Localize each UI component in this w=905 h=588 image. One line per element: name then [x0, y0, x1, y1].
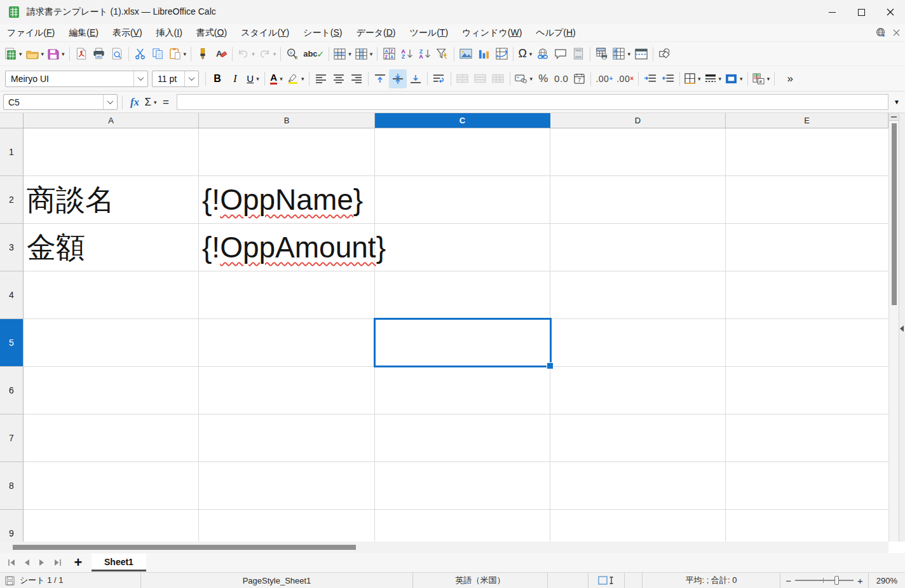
- menu-view[interactable]: 表示(V): [105, 25, 149, 41]
- zoom-out-button[interactable]: −: [786, 575, 791, 586]
- zoom-slider-thumb[interactable]: [834, 576, 839, 585]
- insert-column-button[interactable]: [353, 44, 375, 64]
- align-bottom-button[interactable]: [407, 69, 425, 88]
- menu-format[interactable]: 書式(O): [189, 25, 234, 41]
- avg-sum-segment[interactable]: 平均: ; 合計: 0: [643, 573, 780, 588]
- headers-footers-button[interactable]: [569, 44, 587, 64]
- insert-comment-button[interactable]: [552, 44, 569, 64]
- open-button[interactable]: [24, 44, 46, 64]
- date-format-button[interactable]: 7: [570, 69, 588, 88]
- pivot-table-button[interactable]: [493, 44, 510, 64]
- row-header-8[interactable]: 8: [0, 462, 24, 510]
- menu-file[interactable]: ファイル(F): [0, 25, 62, 41]
- zoom-in-button[interactable]: +: [857, 575, 863, 586]
- decrease-indent-button[interactable]: [659, 69, 677, 88]
- column-header-d[interactable]: D: [550, 113, 726, 128]
- unmerge-cells-button[interactable]: [489, 69, 507, 88]
- redo-button[interactable]: [257, 44, 278, 64]
- center-vertically-button[interactable]: [389, 69, 407, 88]
- toolbar-overflow-button[interactable]: »: [781, 69, 799, 88]
- add-decimal-button[interactable]: .00+: [594, 69, 615, 88]
- row-header-9[interactable]: 9: [0, 510, 24, 542]
- font-name-dropdown[interactable]: [133, 71, 147, 86]
- row-header-4[interactable]: 4: [0, 271, 24, 319]
- find-replace-button[interactable]: ad: [283, 44, 301, 64]
- font-size-dropdown[interactable]: [184, 71, 198, 86]
- name-box[interactable]: C5: [3, 94, 118, 110]
- increase-indent-button[interactable]: [641, 69, 659, 88]
- close-button[interactable]: [876, 0, 905, 24]
- print-area-button[interactable]: [593, 44, 611, 64]
- borders-button[interactable]: [683, 69, 703, 88]
- horizontal-scrollbar[interactable]: [0, 542, 888, 553]
- zoom-level-segment[interactable]: 290%: [869, 573, 905, 588]
- minimize-button[interactable]: [817, 0, 847, 24]
- row-header-5[interactable]: 5: [0, 319, 24, 367]
- copy-button[interactable]: [149, 44, 167, 64]
- close-document-icon[interactable]: [893, 29, 900, 36]
- border-color-button[interactable]: [723, 69, 745, 88]
- function-wizard-button[interactable]: fx: [127, 93, 142, 112]
- insert-image-button[interactable]: [457, 44, 475, 64]
- undo-button[interactable]: [235, 44, 257, 64]
- hyperlink-button[interactable]: [534, 44, 552, 64]
- merge-cells-button[interactable]: [472, 69, 489, 88]
- fill-handle[interactable]: [547, 362, 554, 369]
- currency-format-button[interactable]: [513, 69, 535, 88]
- zoom-slider-track[interactable]: [795, 580, 854, 581]
- freeze-panes-button[interactable]: ✳: [611, 44, 632, 64]
- save-button[interactable]: [46, 44, 67, 64]
- column-header-a[interactable]: A: [24, 113, 199, 128]
- cut-button[interactable]: [132, 44, 149, 64]
- menu-edit[interactable]: 編集(E): [62, 25, 105, 41]
- column-header-b[interactable]: B: [199, 113, 375, 128]
- selection-mode-segment[interactable]: [589, 573, 625, 588]
- clear-formatting-button[interactable]: A: [212, 44, 229, 64]
- percent-format-button[interactable]: %: [534, 69, 552, 88]
- font-color-button[interactable]: A: [268, 69, 285, 88]
- align-left-button[interactable]: [312, 69, 330, 88]
- menu-window[interactable]: ウィンドウ(W): [455, 25, 529, 41]
- cell-b2-text[interactable]: {!OppName}: [202, 176, 363, 224]
- menu-help[interactable]: ヘルプ(H): [529, 25, 582, 41]
- select-all-corner[interactable]: [0, 113, 24, 128]
- horizontal-scrollbar-thumb[interactable]: [13, 545, 356, 550]
- menu-insert[interactable]: 挿入(I): [149, 25, 189, 41]
- sort-button[interactable]: AZZA: [380, 44, 398, 64]
- print-button[interactable]: [90, 44, 108, 64]
- document-modified-icon[interactable]: [5, 576, 15, 585]
- font-size-combobox[interactable]: 11 pt: [152, 71, 199, 87]
- language-globe-icon[interactable]: [876, 27, 887, 38]
- delete-decimal-button[interactable]: .00×: [615, 69, 636, 88]
- border-style-button[interactable]: [703, 69, 724, 88]
- italic-button[interactable]: I: [226, 69, 244, 88]
- bold-button[interactable]: B: [208, 69, 226, 88]
- cell-a2-text[interactable]: 商談名: [27, 176, 114, 224]
- menu-tools[interactable]: ツール(T): [403, 25, 456, 41]
- selected-cell-c5[interactable]: [374, 318, 552, 367]
- cell-a3-text[interactable]: 金額: [27, 224, 85, 271]
- highlight-color-button[interactable]: [285, 69, 306, 88]
- sort-ascending-button[interactable]: AZ: [398, 44, 416, 64]
- cell-b3-text[interactable]: {!OppAmount}: [202, 224, 386, 271]
- merge-center-button[interactable]: [454, 69, 472, 88]
- vertical-scrollbar[interactable]: [888, 113, 899, 542]
- menu-data[interactable]: データ(D): [349, 25, 402, 41]
- row-header-7[interactable]: 7: [0, 414, 24, 462]
- sidebar-toggle-strip[interactable]: [899, 113, 905, 542]
- sidebar-open-arrow-icon[interactable]: [900, 325, 904, 332]
- column-header-e[interactable]: E: [726, 113, 888, 128]
- expand-formula-bar-button[interactable]: ▼: [888, 99, 905, 106]
- insert-row-button[interactable]: [332, 44, 353, 64]
- insert-chart-button[interactable]: [475, 44, 493, 64]
- draw-functions-button[interactable]: [656, 44, 674, 64]
- font-name-combobox[interactable]: Meiryo UI: [5, 71, 148, 87]
- vertical-scrollbar-thumb[interactable]: [892, 123, 897, 305]
- align-right-button[interactable]: [348, 69, 365, 88]
- next-sheet-button[interactable]: [34, 555, 50, 570]
- column-header-c[interactable]: C: [375, 113, 550, 128]
- sum-button[interactable]: Σ: [142, 93, 159, 112]
- autofilter-button[interactable]: [433, 44, 451, 64]
- menu-styles[interactable]: スタイル(Y): [234, 25, 296, 41]
- zoom-slider[interactable]: − +: [786, 575, 863, 586]
